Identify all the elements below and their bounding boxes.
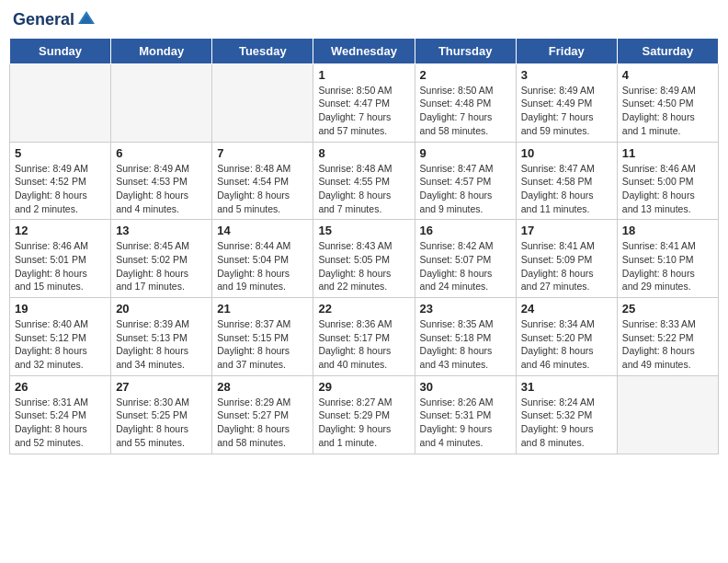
calendar-cell: 27Sunrise: 8:30 AM Sunset: 5:25 PM Dayli… xyxy=(111,375,212,454)
day-number: 27 xyxy=(116,380,207,394)
calendar-cell: 7Sunrise: 8:48 AM Sunset: 4:54 PM Daylig… xyxy=(212,142,313,220)
day-number: 13 xyxy=(116,224,207,237)
day-number: 20 xyxy=(116,302,207,316)
calendar-cell: 1Sunrise: 8:50 AM Sunset: 4:47 PM Daylig… xyxy=(313,63,415,142)
calendar-cell: 8Sunrise: 8:48 AM Sunset: 4:55 PM Daylig… xyxy=(313,142,415,220)
cell-info: Sunrise: 8:44 AM Sunset: 5:04 PM Dayligh… xyxy=(217,239,308,293)
cell-info: Sunrise: 8:46 AM Sunset: 5:01 PM Dayligh… xyxy=(15,239,106,293)
cell-info: Sunrise: 8:45 AM Sunset: 5:02 PM Dayligh… xyxy=(116,239,207,293)
cell-info: Sunrise: 8:35 AM Sunset: 5:18 PM Dayligh… xyxy=(420,317,511,372)
calendar-cell: 10Sunrise: 8:47 AM Sunset: 4:58 PM Dayli… xyxy=(516,142,617,220)
cell-info: Sunrise: 8:31 AM Sunset: 5:24 PM Dayligh… xyxy=(15,396,106,450)
day-number: 30 xyxy=(420,380,511,394)
cell-info: Sunrise: 8:37 AM Sunset: 5:15 PM Dayligh… xyxy=(217,317,308,372)
day-number: 17 xyxy=(521,224,612,237)
cell-info: Sunrise: 8:49 AM Sunset: 4:52 PM Dayligh… xyxy=(15,162,106,216)
day-number: 18 xyxy=(622,224,713,237)
page-header: General xyxy=(9,9,719,30)
calendar-cell: 26Sunrise: 8:31 AM Sunset: 5:24 PM Dayli… xyxy=(10,375,111,454)
calendar-cell: 21Sunrise: 8:37 AM Sunset: 5:15 PM Dayli… xyxy=(212,298,313,376)
calendar-cell: 19Sunrise: 8:40 AM Sunset: 5:12 PM Dayli… xyxy=(10,298,111,376)
logo-text: General xyxy=(13,9,97,32)
calendar-cell: 13Sunrise: 8:45 AM Sunset: 5:02 PM Dayli… xyxy=(111,220,212,298)
day-header-sunday: Sunday xyxy=(10,38,111,63)
calendar-cell: 12Sunrise: 8:46 AM Sunset: 5:01 PM Dayli… xyxy=(10,220,111,298)
cell-info: Sunrise: 8:49 AM Sunset: 4:50 PM Dayligh… xyxy=(622,84,713,138)
week-row-2: 5Sunrise: 8:49 AM Sunset: 4:52 PM Daylig… xyxy=(10,142,719,220)
calendar-cell: 24Sunrise: 8:34 AM Sunset: 5:20 PM Dayli… xyxy=(516,298,617,376)
calendar-cell: 2Sunrise: 8:50 AM Sunset: 4:48 PM Daylig… xyxy=(415,63,516,142)
day-number: 16 xyxy=(420,224,511,237)
day-number: 1 xyxy=(318,68,409,82)
calendar-cell: 25Sunrise: 8:33 AM Sunset: 5:22 PM Dayli… xyxy=(617,298,718,376)
cell-info: Sunrise: 8:41 AM Sunset: 5:10 PM Dayligh… xyxy=(622,239,713,293)
calendar-cell xyxy=(111,63,212,142)
day-header-friday: Friday xyxy=(516,38,617,63)
calendar-cell: 15Sunrise: 8:43 AM Sunset: 5:05 PM Dayli… xyxy=(313,220,415,298)
calendar-cell: 22Sunrise: 8:36 AM Sunset: 5:17 PM Dayli… xyxy=(313,298,415,376)
calendar-cell xyxy=(617,375,718,454)
day-number: 29 xyxy=(318,380,409,394)
calendar-cell: 5Sunrise: 8:49 AM Sunset: 4:52 PM Daylig… xyxy=(10,142,111,220)
day-header-thursday: Thursday xyxy=(415,38,516,63)
cell-info: Sunrise: 8:29 AM Sunset: 5:27 PM Dayligh… xyxy=(217,396,308,450)
cell-info: Sunrise: 8:50 AM Sunset: 4:48 PM Dayligh… xyxy=(420,84,511,138)
week-row-3: 12Sunrise: 8:46 AM Sunset: 5:01 PM Dayli… xyxy=(10,220,719,298)
calendar-cell: 14Sunrise: 8:44 AM Sunset: 5:04 PM Dayli… xyxy=(212,220,313,298)
cell-info: Sunrise: 8:49 AM Sunset: 4:53 PM Dayligh… xyxy=(116,162,207,216)
header-row: SundayMondayTuesdayWednesdayThursdayFrid… xyxy=(10,38,719,63)
week-row-1: 1Sunrise: 8:50 AM Sunset: 4:47 PM Daylig… xyxy=(10,63,719,142)
calendar-cell: 30Sunrise: 8:26 AM Sunset: 5:31 PM Dayli… xyxy=(415,375,516,454)
cell-info: Sunrise: 8:48 AM Sunset: 4:54 PM Dayligh… xyxy=(217,162,308,216)
cell-info: Sunrise: 8:46 AM Sunset: 5:00 PM Dayligh… xyxy=(622,162,713,216)
cell-info: Sunrise: 8:49 AM Sunset: 4:49 PM Dayligh… xyxy=(521,84,612,138)
cell-info: Sunrise: 8:47 AM Sunset: 4:58 PM Dayligh… xyxy=(521,162,612,216)
cell-info: Sunrise: 8:42 AM Sunset: 5:07 PM Dayligh… xyxy=(420,239,511,293)
day-number: 26 xyxy=(15,380,106,394)
day-number: 2 xyxy=(420,68,511,82)
day-number: 10 xyxy=(521,146,612,160)
day-number: 12 xyxy=(15,224,106,237)
day-number: 31 xyxy=(521,380,612,394)
day-number: 21 xyxy=(217,302,308,316)
day-number: 6 xyxy=(116,146,207,160)
cell-info: Sunrise: 8:39 AM Sunset: 5:13 PM Dayligh… xyxy=(116,317,207,372)
cell-info: Sunrise: 8:43 AM Sunset: 5:05 PM Dayligh… xyxy=(318,239,409,293)
day-number: 15 xyxy=(318,224,409,237)
cell-info: Sunrise: 8:41 AM Sunset: 5:09 PM Dayligh… xyxy=(521,239,612,293)
calendar-cell: 3Sunrise: 8:49 AM Sunset: 4:49 PM Daylig… xyxy=(516,63,617,142)
calendar-table: SundayMondayTuesdayWednesdayThursdayFrid… xyxy=(9,38,719,454)
calendar-cell: 11Sunrise: 8:46 AM Sunset: 5:00 PM Dayli… xyxy=(617,142,718,220)
day-number: 9 xyxy=(420,146,511,160)
day-number: 8 xyxy=(318,146,409,160)
calendar-cell: 16Sunrise: 8:42 AM Sunset: 5:07 PM Dayli… xyxy=(415,220,516,298)
day-number: 5 xyxy=(15,146,106,160)
calendar-cell: 6Sunrise: 8:49 AM Sunset: 4:53 PM Daylig… xyxy=(111,142,212,220)
cell-info: Sunrise: 8:26 AM Sunset: 5:31 PM Dayligh… xyxy=(420,396,511,450)
day-number: 25 xyxy=(622,302,713,316)
calendar-cell xyxy=(10,63,111,142)
calendar-cell: 23Sunrise: 8:35 AM Sunset: 5:18 PM Dayli… xyxy=(415,298,516,376)
cell-info: Sunrise: 8:30 AM Sunset: 5:25 PM Dayligh… xyxy=(116,396,207,450)
cell-info: Sunrise: 8:48 AM Sunset: 4:55 PM Dayligh… xyxy=(318,162,409,216)
logo: General xyxy=(13,9,97,30)
calendar-cell: 28Sunrise: 8:29 AM Sunset: 5:27 PM Dayli… xyxy=(212,375,313,454)
day-number: 3 xyxy=(521,68,612,82)
logo-icon xyxy=(76,9,97,28)
calendar-cell: 31Sunrise: 8:24 AM Sunset: 5:32 PM Dayli… xyxy=(516,375,617,454)
calendar-cell: 4Sunrise: 8:49 AM Sunset: 4:50 PM Daylig… xyxy=(617,63,718,142)
day-number: 19 xyxy=(15,302,106,316)
cell-info: Sunrise: 8:34 AM Sunset: 5:20 PM Dayligh… xyxy=(521,317,612,372)
cell-info: Sunrise: 8:36 AM Sunset: 5:17 PM Dayligh… xyxy=(318,317,409,372)
day-number: 7 xyxy=(217,146,308,160)
cell-info: Sunrise: 8:40 AM Sunset: 5:12 PM Dayligh… xyxy=(15,317,106,372)
day-number: 14 xyxy=(217,224,308,237)
cell-info: Sunrise: 8:47 AM Sunset: 4:57 PM Dayligh… xyxy=(420,162,511,216)
cell-info: Sunrise: 8:27 AM Sunset: 5:29 PM Dayligh… xyxy=(318,396,409,450)
calendar-cell: 9Sunrise: 8:47 AM Sunset: 4:57 PM Daylig… xyxy=(415,142,516,220)
calendar-cell: 18Sunrise: 8:41 AM Sunset: 5:10 PM Dayli… xyxy=(617,220,718,298)
day-number: 4 xyxy=(622,68,713,82)
day-number: 28 xyxy=(217,380,308,394)
day-number: 22 xyxy=(318,302,409,316)
day-header-wednesday: Wednesday xyxy=(313,38,415,63)
